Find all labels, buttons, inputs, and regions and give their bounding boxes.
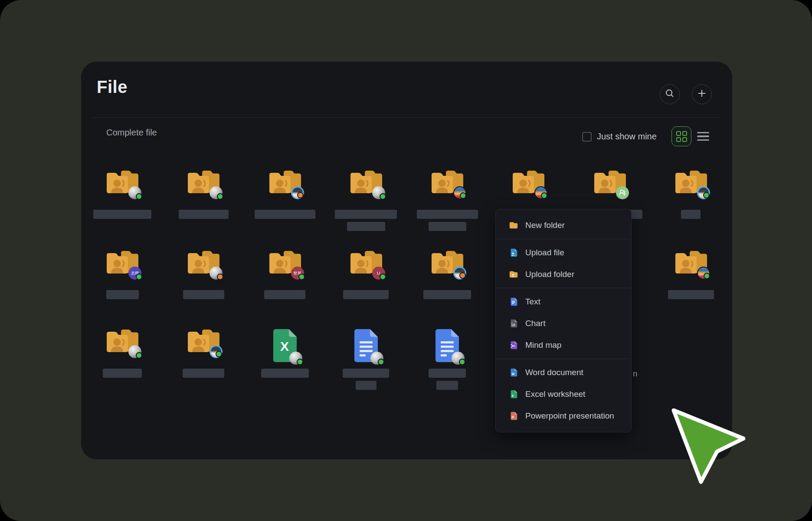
status-dot-green <box>703 192 710 198</box>
item-icon-wrap: LI <box>336 249 396 290</box>
page-upload-icon <box>509 248 518 257</box>
folder-item[interactable] <box>661 249 721 302</box>
owner-avatar <box>289 352 302 365</box>
status-dot-green <box>380 274 386 280</box>
menu-item-powerpoint-presentation[interactable]: PPowerpoint presentation <box>496 405 631 427</box>
owner-avatar <box>534 186 547 199</box>
status-dot-green <box>459 359 465 365</box>
folder-item[interactable]: 志程 <box>92 249 153 302</box>
item-icon-wrap <box>417 249 478 290</box>
item-icon-wrap <box>92 327 153 369</box>
folder-item[interactable] <box>173 249 234 302</box>
status-dot-green <box>541 192 547 199</box>
search-button[interactable] <box>660 84 680 104</box>
status-dot-green <box>216 351 222 357</box>
menu-item-new-folder[interactable]: New folder <box>496 214 631 236</box>
svg-text:w: w <box>511 372 514 376</box>
status-dot-orange <box>459 272 466 279</box>
status-dot-orange <box>297 192 304 198</box>
just-show-mine-checkbox[interactable] <box>582 132 592 142</box>
menu-item-word-document[interactable]: wWord document <box>496 362 631 383</box>
file-item[interactable] <box>417 327 478 393</box>
status-dot-green <box>378 359 384 365</box>
page-mindmap-icon <box>509 340 518 350</box>
folder-item[interactable] <box>173 168 234 234</box>
owner-avatar <box>210 186 223 199</box>
redacted-filename-bar <box>183 369 224 378</box>
owner-avatar <box>128 186 141 199</box>
folder-upload-icon <box>509 270 518 279</box>
owner-avatar <box>291 186 304 199</box>
status-dot-green <box>136 193 142 200</box>
redacted-filename-bar <box>356 381 377 390</box>
owner-avatar: LI <box>372 267 385 280</box>
folder-item[interactable] <box>255 168 315 234</box>
status-dot-orange <box>217 274 223 280</box>
status-dot-green <box>704 273 710 279</box>
menu-item-label: Text <box>525 297 540 307</box>
grid-view-button[interactable] <box>671 126 691 146</box>
menu-item-mind-map[interactable]: Mind map <box>496 334 631 356</box>
file-item[interactable]: X <box>255 327 315 393</box>
folder-icon <box>509 221 518 230</box>
item-icon-wrap <box>661 249 721 290</box>
file-item[interactable] <box>336 327 396 393</box>
owner-avatar <box>372 186 385 199</box>
menu-item-label: Powerpoint presentation <box>525 411 614 421</box>
item-icon-wrap: 世旭 <box>255 249 315 290</box>
owner-avatar <box>697 186 710 199</box>
page-letter-icon: P <box>509 411 518 421</box>
page-letter-icon: x <box>509 389 518 399</box>
redacted-filename-bar <box>103 369 142 378</box>
folder-item[interactable] <box>417 249 478 302</box>
item-icon-wrap <box>498 168 559 210</box>
menu-item-label: Upload folder <box>525 270 574 279</box>
folder-item[interactable] <box>661 168 721 234</box>
section-label: Complete file <box>106 128 157 138</box>
menu-item-label: Word document <box>525 368 583 377</box>
item-icon-wrap <box>580 168 640 210</box>
menu-item-text[interactable]: Text <box>496 291 631 313</box>
owner-avatar <box>697 267 710 280</box>
folder-item[interactable] <box>336 168 396 234</box>
redacted-filename-bar <box>106 290 139 299</box>
redacted-filename-bar <box>264 290 305 299</box>
item-icon-wrap <box>661 168 721 210</box>
file-manager-window: File Complete file Just show mine <box>81 62 732 459</box>
folder-item[interactable] <box>173 327 234 393</box>
status-dot-green <box>380 193 386 200</box>
menu-item-upload-folder[interactable]: Upload folder <box>496 264 631 285</box>
item-icon-wrap <box>417 168 478 210</box>
owner-avatar <box>370 352 383 365</box>
menu-item-label: New folder <box>525 221 565 230</box>
menu-item-label: Excel worksheet <box>525 389 585 399</box>
filter-label: Just show mine <box>597 132 657 142</box>
item-icon-wrap <box>92 168 153 210</box>
status-dot-green <box>460 192 466 199</box>
menu-item-chart[interactable]: Chart <box>496 313 631 334</box>
folder-item[interactable] <box>92 327 153 393</box>
plus-icon <box>697 89 707 100</box>
magnifier-icon <box>665 89 674 100</box>
page-chart-icon <box>509 319 518 328</box>
folder-item[interactable] <box>417 168 478 234</box>
folder-item[interactable]: LI <box>336 249 396 302</box>
add-button[interactable] <box>692 84 712 104</box>
create-context-menu: New folder Upload file Upload folder Tex… <box>495 209 632 432</box>
folder-item[interactable]: 世旭 <box>255 249 315 302</box>
just-show-mine-filter[interactable]: Just show mine <box>582 132 657 142</box>
menu-group: New folder <box>496 212 631 239</box>
folder-item[interactable] <box>92 168 153 234</box>
redacted-filename-bar <box>668 290 714 299</box>
redacted-filename-bar <box>681 210 701 219</box>
menu-item-excel-worksheet[interactable]: xExcel worksheet <box>496 383 631 405</box>
owner-avatar <box>452 352 465 365</box>
status-dot-green <box>217 193 223 200</box>
svg-text:P: P <box>511 415 514 419</box>
menu-item-upload-file[interactable]: Upload file <box>496 242 631 264</box>
owner-avatar <box>616 186 629 199</box>
status-dot-green <box>297 359 303 365</box>
page-lines-icon <box>509 297 518 307</box>
item-icon-wrap <box>336 327 396 369</box>
list-view-button[interactable] <box>697 130 709 142</box>
